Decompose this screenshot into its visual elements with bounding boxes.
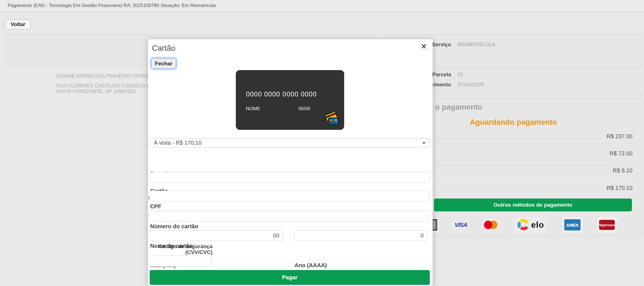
card-preview: 0000 0000 0000 0000 NOME 00/00: [236, 70, 344, 130]
card-preview-number: 0000 0000 0000 0000: [246, 90, 317, 98]
amex-tile: AMEX: [563, 217, 582, 233]
payment-heading: o pagamento: [435, 103, 482, 112]
due-date-value: 07/10/2025: [451, 82, 484, 88]
visa-tile: VISA: [453, 217, 469, 232]
mastercard-tile: [481, 217, 501, 232]
card-preview-row: NOME 00/00: [246, 106, 330, 112]
month-input[interactable]: [150, 230, 283, 241]
close-button[interactable]: Fechar: [151, 58, 176, 69]
other-payment-methods-button[interactable]: Outros métodos de pagamento: [434, 199, 632, 211]
cvv-input[interactable]: [150, 255, 211, 267]
mastercard-icon: [484, 221, 497, 229]
cpf-label: CPF: [150, 203, 161, 210]
student-address-line2: NOVO HORIZONTE, SP 14967502: [56, 89, 136, 94]
amex-icon: AMEX: [564, 219, 581, 230]
credit-cards-icon: [324, 111, 340, 126]
back-button[interactable]: Voltar: [5, 19, 31, 29]
card-payment-modal: Cartão ✕ Fechar 0000 0000 0000 0000 NOME…: [148, 39, 433, 286]
pay-button[interactable]: Pagar: [150, 270, 430, 285]
installments-selected-value: À vista - R$ 170,10: [154, 140, 202, 146]
installments-select[interactable]: À vista - R$ 170,10 ▼: [150, 138, 430, 147]
visa-icon: VISA: [455, 222, 467, 228]
service-value: REMATRÍCULA: [451, 41, 495, 48]
hipercard-icon: Hipercard: [599, 220, 615, 230]
year-label: Ano (AAAA): [294, 262, 327, 269]
card-number-label: Número do cartão: [150, 223, 198, 230]
hipercard-tile: Hipercard: [597, 217, 617, 233]
left-edge-divider: [0, 12, 1, 286]
cvv-label-line1: Código de segurança: [148, 243, 213, 250]
card-name-input[interactable]: [150, 211, 430, 221]
modal-title: Cartão: [152, 44, 175, 53]
elo-icon: elo: [531, 220, 544, 230]
installment-value: 01: [451, 72, 463, 78]
page-title: Pagamento (EAD - Tecnologia Em Gestão Fi…: [8, 3, 216, 8]
student-name: DAIANE APARECIDA PINHEIRO FERNANDES: [56, 73, 163, 79]
elo-tile: elo: [514, 217, 547, 233]
card-preview-expiry: 00/00: [298, 106, 310, 112]
top-bar: Pagamento (EAD - Tecnologia Em Gestão Fi…: [0, 0, 644, 12]
year-input[interactable]: [294, 230, 427, 241]
close-icon[interactable]: ✕: [419, 43, 429, 51]
cvv-label-line2: (CVV/CVC): [148, 249, 213, 255]
card-number-input[interactable]: [150, 191, 430, 201]
elo-ring-icon: [517, 219, 529, 231]
cpf-input[interactable]: [150, 172, 430, 183]
chevron-down-icon: ▼: [422, 141, 426, 145]
card-preview-name: NOME: [246, 106, 298, 112]
